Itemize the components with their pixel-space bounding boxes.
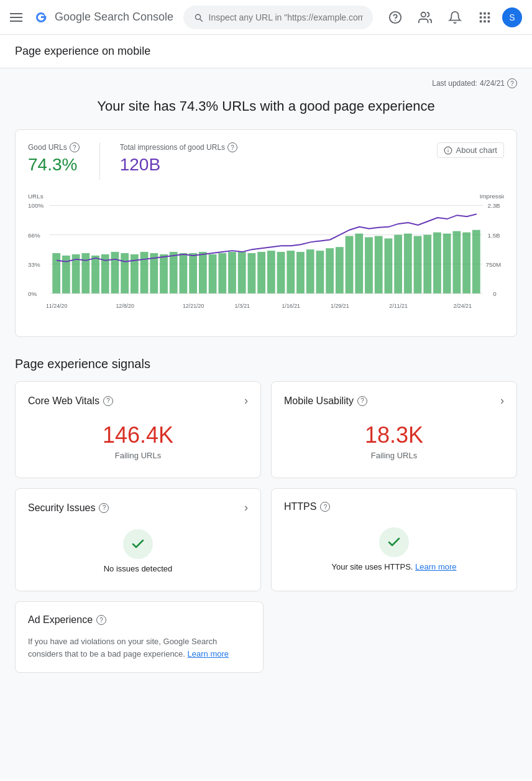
svg-rect-44 [209, 254, 217, 293]
search-input[interactable] [209, 12, 363, 22]
svg-rect-34 [111, 252, 119, 293]
svg-rect-48 [248, 253, 256, 293]
security-issues-card: Security Issues ? › No issues detected [15, 488, 261, 591]
https-card: HTTPS ? Your site uses HTTPS. Learn more [271, 488, 517, 591]
svg-rect-37 [140, 252, 149, 293]
impressions-value: 120B [120, 155, 237, 175]
svg-rect-3 [484, 12, 486, 14]
security-ok-icon [123, 529, 153, 559]
menu-button[interactable] [10, 13, 22, 22]
core-web-vitals-card: Core Web Vitals ? › 146.4K Failing URLs [15, 381, 261, 478]
svg-rect-70 [462, 233, 470, 293]
svg-rect-67 [433, 233, 441, 293]
svg-rect-39 [160, 254, 168, 293]
https-ok-icon [379, 527, 409, 557]
signals-section: Page experience signals Core Web Vitals … [15, 357, 517, 673]
core-web-vitals-header: Core Web Vitals ? › [28, 394, 248, 407]
ad-experience-label: Ad Experience [28, 614, 93, 626]
svg-rect-8 [480, 20, 482, 22]
good-urls-label: Good URLs [28, 143, 67, 152]
security-issues-label: Security Issues [28, 502, 95, 514]
https-help-icon[interactable]: ? [320, 502, 330, 512]
svg-text:1.5B: 1.5B [487, 232, 500, 239]
svg-text:2/11/21: 2/11/21 [389, 303, 408, 309]
svg-text:2/24/21: 2/24/21 [453, 303, 472, 309]
chart-card: Good URLs ? 74.3% Total impressions of g… [15, 129, 517, 337]
page-title-bar: Page experience on mobile [0, 35, 532, 68]
core-web-vitals-help-icon[interactable]: ? [103, 396, 113, 406]
svg-rect-65 [414, 236, 422, 293]
svg-rect-61 [375, 236, 383, 293]
search-bar[interactable] [183, 6, 373, 29]
people-button[interactable] [413, 5, 438, 30]
svg-text:12/21/20: 12/21/20 [183, 303, 204, 309]
impressions-help-icon[interactable]: ? [227, 142, 237, 152]
help-button[interactable] [383, 5, 408, 30]
notifications-button[interactable] [443, 5, 467, 30]
svg-text:33%: 33% [28, 261, 40, 268]
svg-rect-62 [385, 238, 393, 293]
about-chart-button[interactable]: About chart [437, 142, 505, 158]
avatar[interactable]: S [502, 7, 522, 27]
app-logo: Google Search Console [32, 9, 173, 26]
ad-experience-help-icon[interactable]: ? [96, 615, 106, 625]
svg-text:750M: 750M [486, 261, 502, 268]
impressions-label: Total impressions of good URLs [120, 143, 225, 152]
svg-rect-69 [453, 231, 461, 293]
svg-text:12/8/20: 12/8/20 [116, 303, 134, 309]
security-issues-body: No issues detected [28, 524, 248, 578]
info-icon [444, 146, 452, 155]
ad-experience-learn-more-link[interactable]: Learn more [188, 649, 229, 659]
apps-icon [478, 11, 492, 24]
svg-rect-4 [488, 12, 490, 14]
good-urls-metric: Good URLs ? 74.3% [28, 142, 80, 175]
security-issues-arrow-icon[interactable]: › [244, 501, 248, 514]
ad-experience-row: Ad Experience ? If you have ad violation… [15, 601, 517, 673]
https-learn-more-link[interactable]: Learn more [415, 562, 456, 571]
mobile-usability-label: Mobile Usability [284, 395, 354, 407]
svg-rect-68 [443, 234, 451, 293]
svg-rect-2 [480, 12, 482, 14]
mobile-usability-card: Mobile Usability ? › 18.3K Failing URLs [271, 381, 517, 478]
svg-rect-28 [52, 253, 60, 293]
header-icons: S [383, 5, 522, 30]
header: Google Search Console [0, 0, 532, 35]
svg-rect-10 [488, 20, 490, 22]
mobile-usability-header: Mobile Usability ? › [284, 394, 504, 407]
security-issues-help-icon[interactable]: ? [99, 503, 109, 513]
svg-rect-43 [199, 252, 207, 293]
svg-text:URLs: URLs [28, 193, 44, 200]
svg-rect-66 [423, 235, 431, 293]
svg-text:2.3B: 2.3B [487, 202, 500, 209]
svg-rect-52 [287, 251, 295, 293]
svg-rect-71 [472, 230, 480, 293]
good-urls-help-icon[interactable]: ? [70, 142, 80, 152]
svg-rect-47 [238, 252, 246, 293]
performance-chart: URLs 100% 66% 33% 0% Impressions 2.3B 1.… [28, 187, 504, 321]
svg-text:100%: 100% [28, 202, 44, 209]
people-icon [418, 11, 432, 24]
svg-rect-32 [91, 256, 99, 293]
svg-text:1/3/21: 1/3/21 [234, 303, 250, 309]
apps-button[interactable] [472, 5, 497, 30]
svg-text:0: 0 [493, 290, 497, 297]
impressions-metric: Total impressions of good URLs ? 120B [120, 142, 237, 175]
https-label: HTTPS [284, 501, 316, 512]
security-issues-header: Security Issues ? › [28, 501, 248, 514]
svg-rect-7 [488, 16, 490, 19]
mobile-usability-arrow-icon[interactable]: › [500, 394, 504, 407]
mobile-usability-help-icon[interactable]: ? [357, 396, 367, 406]
app-name: Google Search Console [55, 11, 173, 24]
core-web-vitals-arrow-icon[interactable]: › [244, 394, 248, 407]
last-updated-help-icon[interactable]: ? [507, 78, 517, 88]
svg-rect-35 [121, 253, 129, 293]
svg-rect-64 [404, 234, 412, 293]
core-web-vitals-title: Core Web Vitals ? [28, 395, 113, 407]
main-content: Last updated: 4/24/21 ? Your site has 74… [0, 68, 532, 780]
svg-rect-46 [228, 252, 236, 293]
signals-title: Page experience signals [15, 357, 517, 371]
impressions-line [57, 214, 477, 262]
svg-rect-54 [306, 249, 314, 293]
metric-divider [99, 142, 100, 180]
https-header: HTTPS ? [284, 501, 504, 512]
